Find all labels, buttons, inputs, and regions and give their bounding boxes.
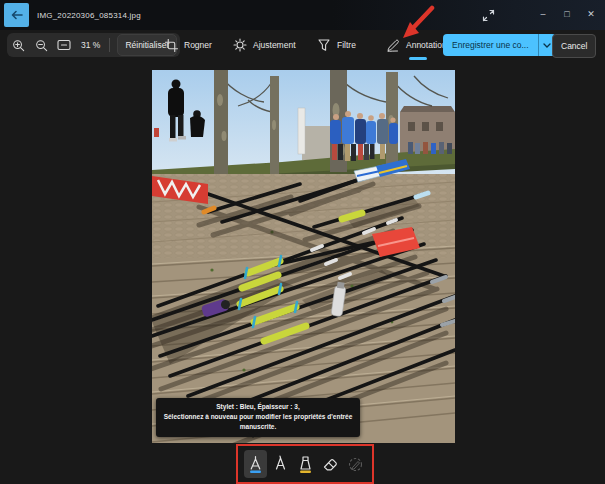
annotation-selected-underline (409, 57, 427, 60)
zoom-out-button[interactable] (33, 37, 49, 53)
touch-writing-icon (347, 456, 364, 473)
titlebar: IMG_20220306_085314.jpg – □ ✕ (0, 0, 605, 30)
annotate-pen-icon (385, 37, 401, 53)
tooltip-caret (248, 432, 258, 438)
tooltip-line-3: manuscrite. (158, 422, 358, 432)
toolbar-divider (109, 38, 110, 52)
crop-label: Rogner (184, 40, 212, 50)
touch-writing-button (344, 450, 367, 478)
highlighter-button[interactable] (294, 450, 317, 478)
save-copy-button[interactable]: Enregistrer une co... (443, 34, 538, 56)
window-controls: – □ ✕ (531, 0, 603, 28)
minimize-button[interactable]: – (531, 0, 555, 28)
save-split-button: Enregistrer une co... (443, 34, 556, 56)
photo-canvas[interactable] (152, 70, 455, 443)
eraser-icon (322, 456, 339, 473)
adjust-icon (232, 37, 248, 53)
pencil-icon (272, 455, 289, 474)
annotation-pen-toolbar (236, 444, 374, 484)
annotation-button[interactable]: Annotation (385, 33, 447, 57)
zoom-toolgroup: 31 % Réinitialiser (7, 33, 180, 57)
crop-icon (163, 37, 179, 53)
adjust-button[interactable]: Ajustement (232, 33, 296, 57)
tooltip-line-1: Stylet : Bleu, Épaisseur : 3, (158, 402, 358, 412)
chevron-down-icon (543, 43, 551, 48)
fit-view-button[interactable] (56, 37, 72, 53)
photo-image (152, 70, 455, 443)
eraser-button[interactable] (319, 450, 342, 478)
filter-button[interactable]: Filtre (316, 33, 356, 57)
fit-view-icon (57, 39, 71, 51)
fullscreen-button[interactable] (478, 5, 498, 25)
highlighter-icon (297, 455, 314, 474)
cancel-button[interactable]: Cancel (552, 34, 596, 58)
back-arrow-icon (11, 10, 23, 20)
pencil-button[interactable] (269, 450, 292, 478)
zoom-level-label: 31 % (79, 40, 102, 50)
zoom-in-icon (12, 39, 25, 52)
filter-label: Filtre (337, 40, 356, 50)
expand-icon (482, 9, 495, 22)
back-button[interactable] (4, 3, 29, 27)
maximize-button[interactable]: □ (555, 0, 579, 28)
ballpoint-pen-icon (247, 455, 264, 474)
crop-button[interactable]: Rogner (163, 33, 212, 57)
pen-tooltip: Stylet : Bleu, Épaisseur : 3, Sélectionn… (156, 398, 360, 437)
zoom-in-button[interactable] (10, 37, 26, 53)
close-button[interactable]: ✕ (579, 0, 603, 28)
zoom-out-icon (35, 39, 48, 52)
adjust-label: Ajustement (253, 40, 296, 50)
tooltip-line-2: Sélectionnez à nouveau pour modifier les… (158, 412, 358, 422)
ballpoint-pen-button[interactable] (244, 450, 267, 478)
file-title: IMG_20220306_085314.jpg (37, 11, 141, 20)
filter-icon (316, 37, 332, 53)
annotate-label: Annotation (406, 40, 447, 50)
